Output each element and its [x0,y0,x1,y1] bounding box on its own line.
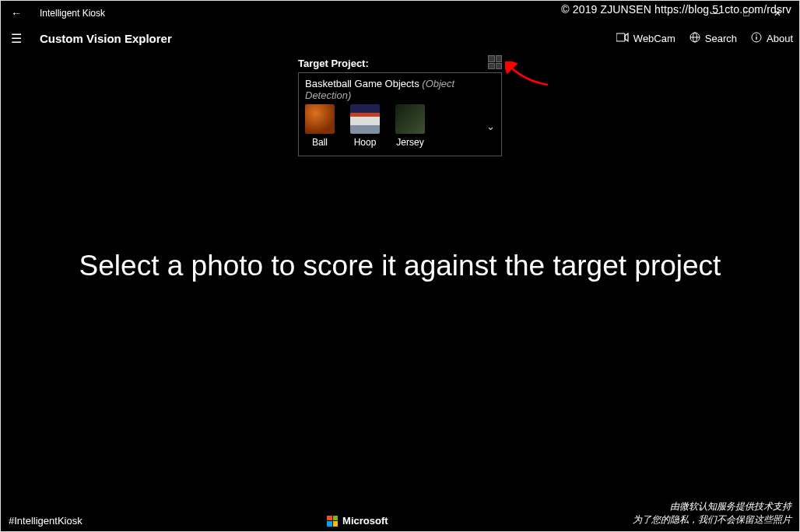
tag-label: Ball [305,137,335,148]
search-button[interactable]: Search [689,32,737,45]
globe-icon [689,32,700,45]
hoop-thumbnail [350,104,380,134]
svg-rect-0 [616,33,625,41]
disclaimer-text: 由微软认知服务提供技术支持 为了您的隐私，我们不会保留这些照片 [633,500,791,527]
annotation-arrow [505,61,552,93]
tag-item-jersey: Jersey [395,104,425,148]
tag-label: Hoop [350,137,380,148]
window-title: Intelligent Kiosk [40,8,105,19]
minimize-button[interactable]: — [700,8,731,19]
close-button[interactable]: ✕ [762,8,793,19]
back-button[interactable]: ← [7,7,26,19]
tag-item-hoop: Hoop [350,104,380,148]
microsoft-logo: Microsoft [327,515,388,527]
about-button[interactable]: About [751,32,793,45]
tag-label: Jersey [395,137,425,148]
hashtag-text: #IntelligentKiosk [9,515,82,527]
hamburger-menu-button[interactable]: ☰ [7,31,26,46]
microsoft-squares-icon [327,516,338,527]
jersey-thumbnail [395,104,425,134]
info-icon [751,32,762,45]
chevron-down-icon[interactable]: ⌄ [486,121,495,132]
svg-point-5 [756,34,757,36]
grid-icon[interactable] [488,55,502,69]
page-header: ☰ Custom Vision Explorer WebCam Search A… [1,26,799,51]
project-name: Basketball Game Objects (Object Detectio… [305,78,495,101]
tag-item-ball: Ball [305,104,335,148]
project-dropdown[interactable]: Basketball Game Objects (Object Detectio… [298,72,502,156]
ball-thumbnail [305,104,335,134]
webcam-label: WebCam [633,33,675,44]
search-label: Search [705,33,737,44]
footer: #IntelligentKiosk Microsoft 由微软认知服务提供技术支… [1,500,799,527]
about-label: About [767,33,793,44]
target-project-label: Target Project: [298,58,369,69]
webcam-button[interactable]: WebCam [616,32,675,44]
page-title: Custom Vision Explorer [40,32,172,45]
camera-icon [616,32,629,44]
target-project-panel: Target Project: Basketball Game Objects … [298,55,502,156]
maximize-button[interactable]: □ [731,8,762,19]
main-prompt-text: Select a photo to score it against the t… [1,250,799,282]
